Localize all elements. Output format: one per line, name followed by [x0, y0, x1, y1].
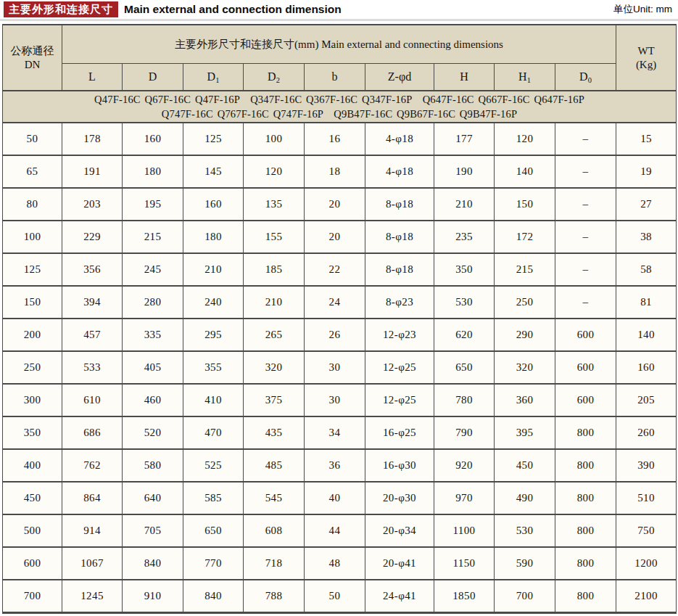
table-row: 2505334053553203012-φ25650320600160	[3, 351, 677, 384]
cell-value: 205	[616, 384, 677, 416]
cell-value: 160	[616, 351, 677, 384]
cell-value: 1150	[434, 547, 495, 580]
cell-value: 705	[123, 514, 183, 547]
cell-value: 800	[555, 547, 616, 580]
dimension-table: 公称通径 DN 主要外形尺寸和连接尺寸(mm) Main external an…	[2, 24, 677, 614]
cell-value: 390	[616, 449, 677, 482]
cell-value: 530	[434, 286, 495, 319]
cell-value: 525	[183, 449, 244, 482]
cell-value: 490	[495, 482, 555, 514]
cell-value: –	[555, 253, 616, 286]
col-header-subscript: 0	[588, 76, 592, 84]
cell-value: 1850	[434, 580, 495, 613]
cell-value: 260	[616, 416, 677, 449]
cell-value: 215	[495, 253, 555, 286]
cell-value: 38	[616, 221, 677, 253]
cell-value: 485	[244, 449, 305, 482]
cell-value: 16-φ25	[365, 416, 434, 449]
col-header-dn: 公称通径 DN	[3, 25, 62, 91]
cell-value: 840	[183, 580, 244, 613]
cell-value: –	[555, 155, 616, 188]
cell-value: 229	[62, 221, 123, 253]
cell-value: 457	[62, 319, 123, 351]
cell-value: 30	[305, 351, 365, 384]
cell-value: 718	[244, 547, 305, 580]
model-number-line1: Q47F-16C Q67F-16C Q47F-16P Q347F-16C Q36…	[3, 92, 676, 107]
cell-value: 320	[244, 351, 305, 384]
cell-value: 410	[183, 384, 244, 416]
table-row: 100229215180155208-φ18235172–38	[3, 221, 677, 253]
cell-value: 18	[305, 155, 365, 188]
cell-value: 800	[555, 449, 616, 482]
cell-value: 235	[434, 221, 495, 253]
cell-dn: 400	[3, 449, 62, 482]
col-header-base: H	[518, 70, 527, 83]
cell-dn: 65	[3, 155, 62, 188]
cell-dn: 350	[3, 416, 62, 449]
table-row: 2004573352952652612-φ23620290600140	[3, 319, 677, 351]
cell-value: 16	[305, 123, 365, 155]
table-row: 3506865204704353416-φ25790395800260	[3, 416, 677, 449]
cell-value: 240	[183, 286, 244, 319]
cell-value: 20-φ41	[365, 547, 434, 580]
cell-value: –	[555, 221, 616, 253]
cell-value: 12-φ23	[365, 319, 434, 351]
cell-value: 533	[62, 351, 123, 384]
table-row: 50178160125100164-φ18177120–15	[3, 123, 677, 155]
cell-value: 160	[183, 188, 244, 221]
col-header-wt: WT (Kg)	[616, 25, 677, 91]
cell-value: 280	[123, 286, 183, 319]
col-header-base: D	[579, 70, 588, 83]
cell-value: 24-φ41	[365, 580, 434, 613]
cell-value: 360	[495, 384, 555, 416]
col-header-base: b	[332, 70, 338, 83]
cell-value: 580	[123, 449, 183, 482]
col-header-b: b	[305, 64, 365, 91]
cell-value: 762	[62, 449, 123, 482]
cell-value: 650	[183, 514, 244, 547]
cell-value: 470	[183, 416, 244, 449]
cell-value: –	[555, 286, 616, 319]
cell-value: 150	[495, 188, 555, 221]
cell-value: 135	[244, 188, 305, 221]
cell-value: 970	[434, 482, 495, 514]
col-header-wt-line1: WT	[616, 44, 676, 58]
cell-value: 180	[183, 221, 244, 253]
cell-value: 375	[244, 384, 305, 416]
cell-value: 195	[123, 188, 183, 221]
col-header-base: H	[460, 70, 468, 83]
cell-value: 1067	[62, 547, 123, 580]
cell-value: 600	[555, 351, 616, 384]
table-row: 70012459108407885024-φ4118507008002100	[3, 580, 677, 613]
cell-value: 145	[183, 155, 244, 188]
cell-value: 590	[495, 547, 555, 580]
cell-value: 50	[305, 580, 365, 613]
cell-dn: 80	[3, 188, 62, 221]
table-row: 60010678407707184820-φ4111505908001200	[3, 547, 677, 580]
cell-dn: 150	[3, 286, 62, 319]
cell-value: 81	[616, 286, 677, 319]
cell-value: –	[555, 123, 616, 155]
col-header-base: L	[88, 70, 96, 83]
cell-dn: 125	[3, 253, 62, 286]
cell-value: 800	[555, 416, 616, 449]
cell-value: 435	[244, 416, 305, 449]
col-header-h1: H1	[495, 64, 555, 91]
cell-value: 460	[123, 384, 183, 416]
cell-value: 910	[123, 580, 183, 613]
col-header-d0: D0	[555, 64, 616, 91]
cell-value: 20-φ34	[365, 514, 434, 547]
model-number-list: Q47F-16C Q67F-16C Q47F-16P Q347F-16C Q36…	[3, 91, 677, 123]
col-header-base: D	[268, 70, 276, 83]
cell-value: 450	[495, 449, 555, 482]
cell-value: 610	[62, 384, 123, 416]
cell-value: 20-φ30	[365, 482, 434, 514]
page-title: Main external and connection dimension	[124, 3, 342, 15]
cell-dn: 50	[3, 123, 62, 155]
cell-value: 210	[434, 188, 495, 221]
cell-value: 8-φ18	[365, 221, 434, 253]
cell-value: 22	[305, 253, 365, 286]
table-row: 65191180145120184-φ18190140–19	[3, 155, 677, 188]
title-badge-cn: 主要外形和连接尺寸	[4, 1, 118, 17]
cell-value: 394	[62, 286, 123, 319]
